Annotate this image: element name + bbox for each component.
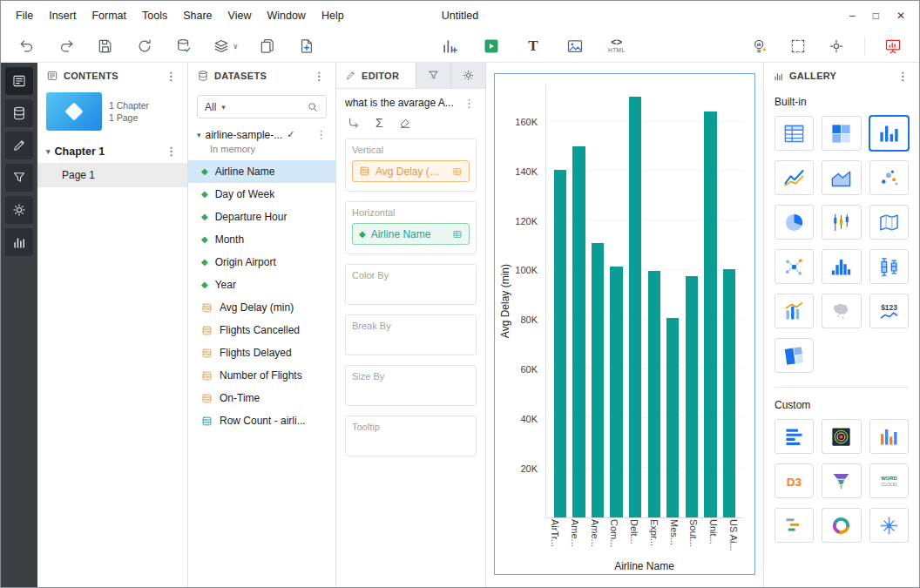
question-menu-button[interactable]: ⋮ xyxy=(462,97,477,110)
maximize-button[interactable]: □ xyxy=(873,10,879,22)
bar-chart[interactable]: Avg Delay (min) 20K40K60K80K100K120K140K… xyxy=(494,73,755,575)
insight-button[interactable] xyxy=(749,35,770,57)
gallery-item-donut[interactable] xyxy=(822,508,861,543)
flow-icon[interactable] xyxy=(347,116,361,130)
well-color-by[interactable]: Color By xyxy=(345,264,477,305)
menu-share[interactable]: Share xyxy=(175,10,220,22)
present-button[interactable] xyxy=(883,35,903,57)
field-avg-delay-min[interactable]: Avg Delay (min) xyxy=(188,296,335,319)
duplicate-page-button[interactable] xyxy=(257,35,278,57)
gallery-item-box-plot[interactable] xyxy=(869,249,909,284)
minimize-button[interactable]: – xyxy=(849,10,856,22)
sidebar-datasets-button[interactable] xyxy=(5,99,33,127)
field-flights-delayed[interactable]: Flights Delayed xyxy=(188,341,335,364)
contents-menu-button[interactable]: ⋮ xyxy=(164,70,179,83)
chapter-item[interactable]: ▾ Chapter 1 ⋮ xyxy=(37,139,187,163)
gallery-item-custom-network[interactable] xyxy=(869,508,909,543)
bar-com[interactable] xyxy=(610,267,622,517)
gallery-menu-button[interactable]: ⋮ xyxy=(896,70,910,83)
save-button[interactable] xyxy=(95,35,116,57)
bar-us-ai[interactable] xyxy=(723,269,735,517)
bar-ame[interactable] xyxy=(572,146,585,517)
bar-unit[interactable] xyxy=(704,112,716,517)
tab-settings[interactable] xyxy=(450,63,485,88)
search-icon[interactable] xyxy=(307,101,319,113)
nlq-question[interactable]: what is the avarage A... xyxy=(345,97,458,109)
gallery-item-d3[interactable]: D3 xyxy=(775,463,814,498)
dataset-item[interactable]: ▾ airline-sample-... ✓ ⋮ xyxy=(188,124,335,144)
well-break-by[interactable]: Break By xyxy=(345,314,477,355)
gallery-item-column[interactable] xyxy=(869,116,909,151)
gallery-item-scatter[interactable] xyxy=(869,160,909,195)
bar-delt[interactable] xyxy=(629,97,641,517)
html-button[interactable]: <>HTML xyxy=(606,35,627,57)
gallery-item-line[interactable] xyxy=(775,160,814,195)
eraser-icon[interactable] xyxy=(398,116,412,130)
sidebar-filter-button[interactable] xyxy=(5,164,33,192)
tab-filter[interactable] xyxy=(416,63,450,88)
text-button[interactable]: T xyxy=(523,35,544,57)
bar-ame[interactable] xyxy=(592,243,604,517)
bar-airtr[interactable] xyxy=(554,170,566,517)
close-button[interactable]: ✕ xyxy=(896,10,905,22)
field-origin-airport[interactable]: ◆Origin Airport xyxy=(188,251,335,274)
field-number-of-flights[interactable]: Number of Flights xyxy=(188,364,335,387)
page-item[interactable]: Page 1 xyxy=(37,163,187,187)
gallery-item-funnel[interactable] xyxy=(822,463,861,498)
tab-editor[interactable]: EDITOR xyxy=(336,63,416,88)
dataset-menu-button[interactable]: ⋮ xyxy=(314,128,328,141)
field-on-time[interactable]: On-Time xyxy=(188,387,335,409)
chapter-menu-button[interactable]: ⋮ xyxy=(164,145,179,158)
sigma-icon[interactable]: Σ xyxy=(375,117,383,129)
menu-file[interactable]: File xyxy=(8,10,41,22)
gallery-item-polar-dark[interactable] xyxy=(822,419,861,454)
aggregation-table-icon[interactable] xyxy=(452,166,463,177)
dataset-switch-button[interactable]: ∨ xyxy=(213,35,239,57)
undo-button[interactable] xyxy=(17,35,37,57)
image-green-button[interactable] xyxy=(481,35,502,57)
gallery-item-kpi[interactable]: $123 xyxy=(869,294,909,328)
field-airline-name[interactable]: ◆Airline Name xyxy=(188,160,335,183)
aggregation-table-icon[interactable] xyxy=(452,229,463,240)
gallery-item-crosstab[interactable] xyxy=(822,116,861,151)
menu-help[interactable]: Help xyxy=(314,10,352,22)
dashboard-canvas[interactable]: Avg Delay (min) 20K40K60K80K100K120K140K… xyxy=(486,63,763,587)
picture-button[interactable] xyxy=(565,35,585,57)
gallery-item-pie[interactable] xyxy=(775,205,814,240)
gallery-item-network[interactable] xyxy=(775,249,814,284)
well-horizontal[interactable]: Horizontal◆Airline Name xyxy=(345,201,477,254)
gallery-item-word-cloud[interactable]: WORDCLOUD xyxy=(869,463,909,498)
field-row-count-airli[interactable]: Row Count - airli... xyxy=(188,409,335,432)
field-year[interactable]: ◆Year xyxy=(188,274,335,296)
sidebar-charts-button[interactable] xyxy=(5,228,33,256)
frame-select-button[interactable] xyxy=(788,35,808,57)
gallery-item-world-map[interactable] xyxy=(822,294,861,328)
database-check-button[interactable] xyxy=(173,35,194,57)
sidebar-edit-button[interactable] xyxy=(5,132,33,159)
add-page-button[interactable] xyxy=(296,35,317,57)
menu-window[interactable]: Window xyxy=(259,10,313,22)
bar-mes[interactable] xyxy=(666,318,679,517)
well-size-by[interactable]: Size By xyxy=(345,365,477,406)
field-day-of-week[interactable]: ◆Day of Week xyxy=(188,183,335,206)
datasets-menu-button[interactable]: ⋮ xyxy=(312,70,327,83)
sidebar-contents-button[interactable] xyxy=(5,67,33,95)
well-tooltip[interactable]: Tooltip xyxy=(345,416,477,456)
focus-button[interactable] xyxy=(826,35,847,57)
redo-button[interactable] xyxy=(56,35,77,57)
gallery-item-treemap[interactable] xyxy=(775,338,814,373)
menu-insert[interactable]: Insert xyxy=(41,10,84,22)
pill-avg-delay-min[interactable]: Avg Delay (min) xyxy=(352,160,470,182)
gallery-item-combo[interactable] xyxy=(775,294,814,328)
bar-sout[interactable] xyxy=(686,276,698,517)
page-thumbnail[interactable] xyxy=(46,92,102,131)
menu-format[interactable]: Format xyxy=(84,10,134,22)
gallery-item-gantt[interactable] xyxy=(775,508,814,543)
refresh-button[interactable] xyxy=(134,35,155,57)
dataset-filter-dropdown[interactable]: All ▾ xyxy=(197,95,327,118)
menu-tools[interactable]: Tools xyxy=(134,10,175,22)
pill-airline-name[interactable]: ◆Airline Name xyxy=(352,223,470,245)
gallery-item-h-bars[interactable] xyxy=(775,419,814,454)
gallery-item-geo-map[interactable] xyxy=(869,205,909,240)
well-vertical[interactable]: VerticalAvg Delay (min) xyxy=(345,139,477,192)
